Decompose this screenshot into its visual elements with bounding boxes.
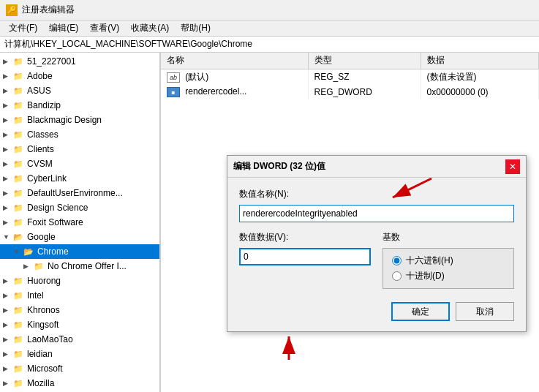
tree-item-asus[interactable]: ASUS	[0, 83, 159, 98]
menu-edit[interactable]: 编辑(E)	[43, 20, 84, 36]
folder-icon	[13, 129, 25, 140]
tree-arrow	[3, 102, 13, 109]
tree-item-huorong[interactable]: Huorong	[0, 274, 159, 288]
tree-item-chrome[interactable]: Chrome	[0, 244, 159, 259]
dialog-title-bar: 编辑 DWORD (32 位)值 ✕	[227, 156, 526, 178]
value-label: 数值数据(V):	[239, 231, 371, 244]
row-type: REG_SZ	[308, 69, 421, 85]
folder-icon	[13, 320, 25, 330]
tree-arrow	[3, 72, 13, 80]
tree-item-defaultuser[interactable]: DefaultUserEnvironme...	[0, 186, 159, 200]
table-row[interactable]: ab (默认) REG_SZ (数值未设置)	[161, 69, 539, 85]
folder-icon	[13, 144, 25, 154]
folder-icon	[23, 246, 35, 257]
tree-label: ASUS	[27, 86, 51, 96]
tree-arrow	[3, 380, 13, 387]
tree-item-adobe[interactable]: Adobe	[0, 69, 159, 83]
tree-arrow	[3, 131, 13, 138]
tree-item-intel[interactable]: Intel	[0, 288, 159, 303]
tree-arrow	[3, 146, 13, 153]
name-input[interactable]	[239, 205, 514, 222]
app-icon: 🔑	[6, 4, 18, 16]
tree-item-51[interactable]: 51_2227001	[0, 54, 159, 69]
title-bar: 🔑 注册表编辑器	[0, 0, 539, 20]
tree-arrow	[23, 263, 34, 270]
radio-dec-text: 十进制(D)	[406, 270, 445, 282]
col-name: 名称	[161, 53, 308, 69]
tree-item-khronos[interactable]: Khronos	[0, 303, 159, 317]
radio-dec[interactable]	[392, 271, 402, 281]
tree-item-laomao[interactable]: LaoMaoTao	[0, 332, 159, 347]
radio-hex[interactable]	[392, 256, 402, 265]
folder-icon	[13, 363, 25, 374]
tree-item-leidian[interactable]: leidian	[0, 347, 159, 361]
tree-arrow	[3, 365, 13, 372]
tree-arrow	[3, 58, 13, 65]
tree-item-cvsm[interactable]: CVSM	[0, 157, 159, 171]
folder-icon	[13, 188, 25, 198]
tree-label: CVSM	[27, 159, 53, 169]
tree-item-classes[interactable]: Classes	[0, 127, 159, 142]
tree-label: Mozilla	[27, 378, 54, 388]
tree-label: CyberLink	[27, 173, 67, 184]
tree-arrow	[3, 204, 13, 211]
tree-arrow	[3, 160, 13, 167]
tree-label: Bandizip	[27, 100, 61, 110]
folder-icon	[34, 261, 45, 271]
tree-panel: 51_2227001 Adobe ASUS Bandizip Blackmagi…	[0, 53, 161, 392]
tree-label: LaoMaoTao	[27, 334, 73, 344]
folder-icon	[13, 217, 25, 227]
tree-item-mozilla[interactable]: Mozilla	[0, 376, 159, 391]
edit-dword-dialog: 编辑 DWORD (32 位)值 ✕ 数值名称(N): 数值数据(V): 基数 …	[227, 155, 527, 332]
tree-item-blackmagic[interactable]: Blackmagic Design	[0, 113, 159, 127]
menu-favorites[interactable]: 收藏夹(A)	[125, 20, 175, 36]
tree-item-google[interactable]: Google	[0, 230, 159, 244]
radio-dec-label[interactable]: 十进制(D)	[392, 270, 505, 282]
col-data: 数据	[421, 53, 538, 69]
folder-icon	[13, 290, 25, 301]
tree-item-nochrome[interactable]: No Chrome Offer I...	[0, 259, 159, 274]
tree-item-kingsoft[interactable]: Kingsoft	[0, 317, 159, 332]
dialog-body: 数值名称(N): 数值数据(V): 基数 十六进制(H)	[227, 178, 526, 331]
folder-icon	[13, 159, 25, 169]
tree-arrow	[3, 175, 13, 182]
tree-item-microsoft[interactable]: Microsoft	[0, 361, 159, 376]
tree-arrow	[3, 277, 13, 284]
registry-table: 名称 类型 数据 ab (默认) REG_SZ (数值未设置) ■	[161, 53, 539, 99]
radio-group: 十六进制(H) 十进制(D)	[382, 248, 514, 289]
tree-label: Classes	[27, 129, 59, 140]
radio-hex-label[interactable]: 十六进制(H)	[392, 255, 505, 267]
menu-view[interactable]: 查看(V)	[84, 20, 125, 36]
folder-icon	[13, 86, 25, 96]
ok-button[interactable]: 确定	[391, 302, 450, 321]
tree-arrow	[3, 321, 13, 328]
menu-file[interactable]: 文件(F)	[3, 20, 43, 36]
folder-icon	[13, 305, 25, 315]
row-data: 0x00000000 (0)	[421, 85, 538, 99]
name-label: 数值名称(N):	[239, 188, 514, 200]
table-row[interactable]: ■ renderercodel... REG_DWORD 0x00000000 …	[161, 85, 539, 99]
tree-arrow	[3, 306, 13, 314]
tree-item-foxit[interactable]: Foxit Software	[0, 215, 159, 230]
folder-icon	[13, 115, 25, 125]
tree-item-designscience[interactable]: Design Science	[0, 200, 159, 215]
tree-arrow	[3, 116, 13, 124]
value-input[interactable]	[239, 248, 371, 265]
cancel-button[interactable]: 取消	[456, 302, 514, 321]
tree-item-bandizip[interactable]: Bandizip	[0, 98, 159, 113]
row-name: ■ renderercodel...	[161, 85, 308, 99]
folder-icon	[13, 232, 25, 242]
tree-item-cyberlink[interactable]: CyberLink	[0, 171, 159, 186]
address-text: 计算机\HKEY_LOCAL_MACHINE\SOFTWARE\Google\C…	[4, 38, 252, 50]
tree-label: Khronos	[27, 305, 60, 315]
tree-arrow	[3, 219, 13, 226]
base-col: 基数 十六进制(H) 十进制(D)	[382, 231, 514, 289]
col-type: 类型	[308, 53, 421, 69]
dialog-close-button[interactable]: ✕	[505, 159, 520, 174]
tree-arrow	[3, 350, 13, 358]
tree-arrow	[3, 87, 13, 94]
menu-bar: 文件(F) 编辑(E) 查看(V) 收藏夹(A) 帮助(H)	[0, 20, 539, 37]
tree-arrow	[3, 292, 13, 299]
tree-item-clients[interactable]: Clients	[0, 142, 159, 157]
menu-help[interactable]: 帮助(H)	[175, 20, 216, 36]
